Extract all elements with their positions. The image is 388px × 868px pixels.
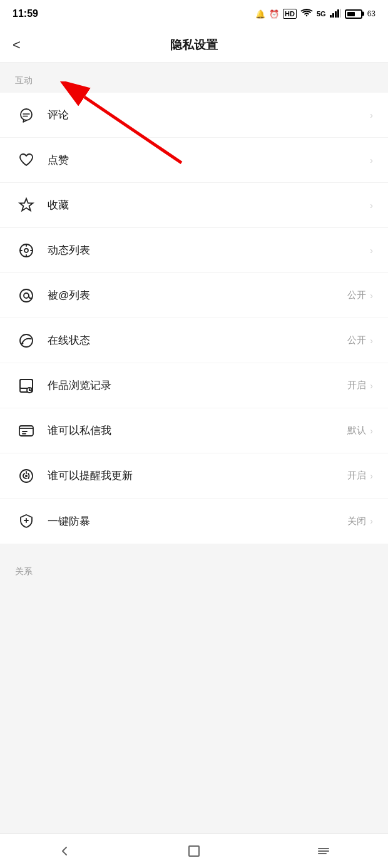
status-icons: 🔔 ⏰ HD 5G 63 <box>255 9 375 19</box>
page-header: < 隐私设置 <box>0 28 388 63</box>
section-gap <box>0 544 388 554</box>
dynamic-list-label: 动态列表 <box>48 243 366 257</box>
section-label-interaction: 互动 <box>0 63 388 93</box>
settings-group-interaction: 评论 › 点赞 › 收藏 › <box>0 93 388 544</box>
message-icon <box>15 420 38 442</box>
page-title: 隐私设置 <box>170 37 218 53</box>
svg-rect-33 <box>189 846 199 856</box>
svg-point-17 <box>20 334 33 347</box>
online-icon <box>15 329 38 352</box>
at-list-arrow: › <box>370 291 373 301</box>
svg-point-10 <box>24 249 28 252</box>
svg-rect-3 <box>337 9 339 18</box>
comments-label: 评论 <box>48 108 366 122</box>
compass-icon <box>15 239 38 262</box>
settings-item-dynamic-list[interactable]: 动态列表 › <box>0 228 388 273</box>
shield-icon <box>15 510 38 532</box>
svg-rect-1 <box>332 13 334 18</box>
comment-icon <box>15 104 38 127</box>
settings-item-anti-abuse[interactable]: 一键防暴 关闭 › <box>0 499 388 544</box>
private-message-arrow: › <box>370 426 373 436</box>
browse-history-arrow: › <box>370 381 373 391</box>
settings-item-at-list[interactable]: 被@列表 公开 › <box>0 273 388 318</box>
settings-item-private-message[interactable]: 谁可以私信我 默认 › <box>0 408 388 453</box>
battery-level: 63 <box>367 9 375 18</box>
dynamic-list-arrow: › <box>370 245 373 256</box>
svg-point-30 <box>25 475 28 477</box>
remind-update-value: 开启 <box>347 470 366 482</box>
heart-icon <box>15 149 38 172</box>
online-status-value: 公开 <box>347 334 366 346</box>
likes-arrow: › <box>370 155 373 165</box>
settings-item-remind-update[interactable]: 谁可以提醒我更新 开启 › <box>0 453 388 499</box>
status-bar: 11:59 🔔 ⏰ HD 5G 63 <box>0 0 388 28</box>
private-message-value: 默认 <box>347 425 366 437</box>
comments-arrow: › <box>370 110 373 120</box>
alarm-icon: ⏰ <box>269 9 279 19</box>
back-button[interactable]: < <box>13 37 21 53</box>
online-status-arrow: › <box>370 336 373 346</box>
bottom-navigation <box>0 833 388 868</box>
settings-item-favorites[interactable]: 收藏 › <box>0 183 388 228</box>
online-status-label: 在线状态 <box>48 333 347 348</box>
browse-history-label: 作品浏览记录 <box>48 378 347 393</box>
settings-item-browse-history[interactable]: 作品浏览记录 开启 › <box>0 363 388 408</box>
favorites-arrow: › <box>370 200 373 210</box>
nav-back-button[interactable] <box>51 837 78 865</box>
hd-icon: HD <box>283 9 297 19</box>
nav-menu-button[interactable] <box>310 837 337 865</box>
settings-item-comments[interactable]: 评论 › <box>0 93 388 138</box>
svg-rect-0 <box>330 15 332 18</box>
at-list-label: 被@列表 <box>48 288 347 302</box>
private-message-label: 谁可以私信我 <box>48 423 347 438</box>
remind-update-label: 谁可以提醒我更新 <box>48 468 347 483</box>
remind-update-arrow: › <box>370 471 373 481</box>
signal-bars-icon <box>330 9 341 19</box>
anti-abuse-arrow: › <box>370 516 373 526</box>
section-label-relationship: 关系 <box>0 554 388 584</box>
likes-label: 点赞 <box>48 153 366 167</box>
at-list-value: 公开 <box>347 289 366 301</box>
status-time: 11:59 <box>13 8 38 19</box>
anti-abuse-label: 一键防暴 <box>48 514 347 529</box>
svg-point-16 <box>24 293 29 298</box>
svg-point-15 <box>20 289 33 302</box>
svg-marker-8 <box>20 199 33 211</box>
water-drop-icon: 🔔 <box>255 9 265 19</box>
settings-item-online-status[interactable]: 在线状态 公开 › <box>0 318 388 363</box>
remind-icon <box>15 465 38 487</box>
svg-point-18 <box>22 342 24 344</box>
settings-item-likes[interactable]: 点赞 › <box>0 138 388 183</box>
nav-home-button[interactable] <box>180 837 208 865</box>
svg-point-7 <box>21 109 32 120</box>
svg-rect-24 <box>19 426 33 436</box>
svg-rect-2 <box>335 11 337 18</box>
wifi-icon <box>300 9 313 19</box>
browse-history-value: 开启 <box>347 380 366 391</box>
at-icon <box>15 284 38 307</box>
anti-abuse-value: 关闭 <box>347 515 366 527</box>
star-icon <box>15 194 38 217</box>
battery-icon <box>345 9 362 19</box>
svg-rect-4 <box>340 9 341 18</box>
svg-rect-20 <box>20 380 33 388</box>
favorites-label: 收藏 <box>48 198 366 212</box>
browse-icon <box>15 375 38 397</box>
signal-icon: 5G <box>317 10 326 18</box>
